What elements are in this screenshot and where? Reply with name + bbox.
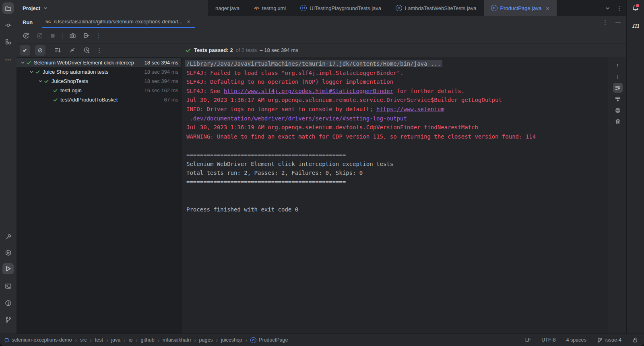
- hide-tool-window-icon[interactable]: —: [615, 19, 621, 25]
- breadcrumb-item[interactable]: selenium-exceptions-demo: [4, 337, 72, 343]
- tabs-chevron-down-icon[interactable]: [605, 5, 611, 11]
- notifications-button[interactable]: [630, 2, 641, 14]
- sort-by-duration-clock-button[interactable]: [82, 46, 91, 55]
- breadcrumb-item[interactable]: juiceshop: [221, 337, 242, 343]
- class-icon: C: [300, 5, 307, 11]
- test-tree-row[interactable]: testAddProductToBasket67 ms: [17, 95, 181, 104]
- problems-tool-button[interactable]: [2, 297, 14, 309]
- git-branch-icon: [5, 316, 12, 323]
- bell-icon: [632, 4, 639, 12]
- breadcrumb-label: src: [80, 337, 87, 343]
- git-tool-button[interactable]: [2, 314, 14, 325]
- console-gutter: ↑ ↓: [609, 57, 626, 334]
- terminal-tool-button[interactable]: [2, 280, 14, 292]
- indent-widget[interactable]: 4 spaces: [566, 337, 586, 343]
- breadcrumb-label: juiceshop: [221, 337, 242, 343]
- show-ignored-toggle[interactable]: ⊘: [35, 45, 45, 56]
- project-tool-button[interactable]: [2, 2, 14, 14]
- breadcrumb-item[interactable]: pages: [199, 337, 213, 343]
- close-icon[interactable]: ×: [546, 5, 549, 11]
- show-passed-toggle[interactable]: ✔: [20, 45, 30, 56]
- soft-wrap-toggle[interactable]: [613, 83, 623, 93]
- test-passed-icon: [35, 69, 43, 75]
- run-config-tab[interactable]: NG /Users/faisalkhatri/github/selenium-e…: [42, 16, 195, 28]
- test-passed-icon: [44, 79, 52, 84]
- encoding-widget[interactable]: UTF-8: [541, 337, 555, 343]
- run-tool-button[interactable]: [2, 263, 14, 274]
- project-header: Project: [17, 0, 208, 16]
- console-link[interactable]: https://www.selenium: [376, 106, 444, 112]
- breadcrumb-item[interactable]: mfaisalkhatri: [163, 337, 191, 343]
- check-icon: ✔: [23, 47, 27, 54]
- editor-tab[interactable]: nager.java: [208, 0, 247, 16]
- snapshot-camera-button[interactable]: [69, 32, 76, 39]
- console-line: ========================================…: [186, 150, 609, 160]
- chevron-down-icon[interactable]: [43, 5, 48, 11]
- print-button[interactable]: [613, 106, 623, 115]
- editor-tab[interactable]: CUITestingPlaygroundTests.java: [293, 0, 388, 16]
- branch-widget[interactable]: issue-4: [597, 337, 621, 343]
- console-line: INFO: Driver logs no longer sent to cons…: [186, 105, 609, 114]
- structure-tool-button[interactable]: [2, 36, 14, 47]
- breadcrumb-item[interactable]: src: [80, 337, 87, 343]
- test-tree-row[interactable]: Selenium WebDriver Element click interce…: [17, 58, 181, 67]
- structure-icon: [5, 38, 12, 45]
- test-tree-row[interactable]: JuiceShopTests18 sec 394 ms: [17, 77, 181, 86]
- editor-tab[interactable]: </>testng.xml: [247, 0, 293, 16]
- test-passed-icon: [53, 97, 60, 102]
- rerun-button[interactable]: [22, 32, 29, 39]
- unlocked-padlock-icon[interactable]: [632, 337, 638, 343]
- console-text: Process finished with exit code 0: [186, 206, 298, 213]
- collapse-button[interactable]: [67, 46, 77, 55]
- console-line: [186, 186, 609, 196]
- console-link[interactable]: http://www.slf4j.org/codes.html#StaticLo…: [224, 88, 393, 94]
- services-icon: [5, 249, 12, 256]
- down-arrow-icon: ↓: [616, 73, 619, 80]
- clear-console-button[interactable]: [613, 117, 623, 126]
- breadcrumb-label: ProductPage: [259, 337, 288, 343]
- console-link[interactable]: .dev/documentation/webdriver/drivers/ser…: [190, 115, 407, 122]
- scroll-to-end-button[interactable]: [613, 94, 623, 104]
- rerun-failed-button[interactable]: [36, 32, 43, 39]
- breadcrumb-item[interactable]: github: [141, 337, 155, 343]
- test-duration: 18 sec 394 ms: [144, 60, 181, 66]
- editor-tab[interactable]: CProductPage.java×: [484, 0, 557, 16]
- breadcrumb-separator: ›: [158, 337, 159, 343]
- project-selector-label[interactable]: Project: [23, 5, 40, 11]
- next-occurrence-button[interactable]: ↓: [613, 72, 623, 81]
- services-tool-button[interactable]: [2, 247, 14, 258]
- tab-label: UITestingPlaygroundTests.java: [310, 5, 381, 11]
- chevron-down-icon[interactable]: [37, 79, 44, 84]
- close-icon[interactable]: ×: [187, 19, 190, 25]
- run-options-kebab-icon[interactable]: ⋮: [602, 19, 608, 25]
- stop-button[interactable]: [50, 33, 56, 39]
- breadcrumb-item[interactable]: CProductPage: [250, 337, 288, 343]
- sort-tests-button[interactable]: [53, 46, 62, 55]
- run-toolbar-kebab-icon[interactable]: ⋮: [96, 33, 102, 39]
- test-tree-row[interactable]: testLogin16 sec 162 ms: [17, 86, 181, 95]
- breadcrumb-separator: ›: [194, 337, 196, 343]
- chevron-down-icon[interactable]: [19, 60, 26, 65]
- editor-tab[interactable]: CLambdaTestWebSiteTests.java: [388, 0, 484, 16]
- build-tool-button[interactable]: [2, 231, 14, 242]
- test-tree-row[interactable]: Juice Shop automation tests18 sec 394 ms: [17, 67, 181, 77]
- console-line: Jul 30, 2023 1:36:19 AM org.openqa.selen…: [186, 123, 609, 132]
- breadcrumb-item[interactable]: java: [111, 337, 120, 343]
- commit-tool-button[interactable]: [2, 19, 14, 31]
- avatar[interactable]: m: [630, 19, 641, 31]
- prev-occurrence-button[interactable]: ↑: [613, 60, 623, 70]
- chevron-down-icon[interactable]: [28, 69, 35, 75]
- xml-icon: </>: [254, 6, 259, 10]
- run-panel-header: Run NG /Users/faisalkhatri/github/seleni…: [17, 16, 626, 28]
- tabs-kebab-icon[interactable]: ⋮: [616, 5, 622, 11]
- filter-kebab-icon[interactable]: ⋮: [96, 47, 102, 53]
- export-button[interactable]: [83, 32, 89, 39]
- breadcrumb-item[interactable]: test: [95, 337, 103, 343]
- folder-icon: [5, 5, 12, 12]
- console-line: SLF4J: See http://www.slf4j.org/codes.ht…: [186, 87, 609, 96]
- breadcrumb-item[interactable]: io: [129, 337, 133, 343]
- console-text: for further details.: [393, 88, 464, 94]
- more-tool-windows-button[interactable]: …: [2, 53, 14, 64]
- test-name: JuiceShopTests: [52, 78, 88, 84]
- line-ending-widget[interactable]: LF: [525, 337, 531, 343]
